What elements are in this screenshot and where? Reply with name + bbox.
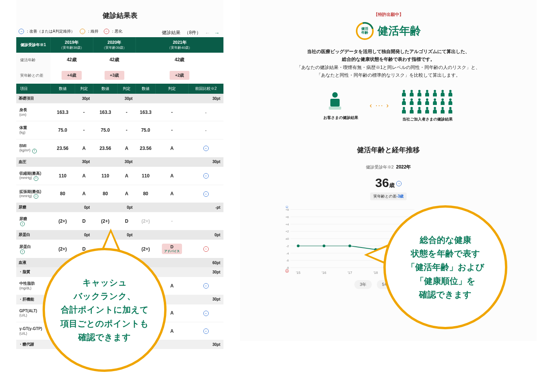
svg-text:-4: -4 bbox=[286, 251, 289, 255]
svg-point-10 bbox=[403, 98, 405, 101]
svg-rect-1 bbox=[330, 99, 340, 107]
svg-point-44 bbox=[297, 244, 300, 247]
row-health-age: 健活年齢 bbox=[16, 53, 50, 67]
svg-point-19 bbox=[418, 107, 421, 109]
smile-icon: ⌣ bbox=[19, 29, 24, 34]
svg-rect-2 bbox=[329, 107, 341, 110]
year-2021: 2021年（実年齢40歳） bbox=[136, 37, 223, 53]
info-icon[interactable]: i bbox=[20, 222, 25, 226]
svg-point-14 bbox=[434, 98, 436, 101]
svg-text:☺: ☺ bbox=[285, 206, 289, 209]
chart-title: 健活年齢と経年推移 bbox=[240, 130, 537, 162]
callout-right: 総合的な健康状態を年齢で表す「健活年齢」および「健康順位」を確認できます bbox=[383, 205, 507, 329]
row-age-diff: 実年齢との差 bbox=[16, 67, 50, 84]
info-icon[interactable]: i bbox=[32, 149, 37, 153]
big-age: 36歳 ⌣ 実年齢との差-3歳 bbox=[240, 176, 537, 200]
compare-arrow-icon: ‹ ··· › bbox=[370, 101, 390, 110]
svg-text:'15: '15 bbox=[296, 271, 301, 275]
pager: 健診結果（8件） ← → bbox=[162, 29, 220, 36]
svg-text:±0: ±0 bbox=[285, 237, 289, 241]
svg-text:+6: +6 bbox=[285, 215, 289, 218]
smile-icon: ⌣ bbox=[396, 181, 402, 186]
brand-text: 健活年齢 bbox=[378, 24, 421, 38]
prev-arrow[interactable]: ← bbox=[205, 30, 210, 36]
svg-point-48 bbox=[349, 244, 351, 247]
info-icon[interactable]: i bbox=[34, 176, 38, 181]
svg-point-12 bbox=[418, 98, 421, 101]
svg-point-3 bbox=[403, 90, 405, 92]
svg-point-4 bbox=[410, 90, 413, 92]
brand: 健活年齢 健活年齢 bbox=[240, 17, 537, 45]
svg-point-22 bbox=[441, 107, 444, 109]
diff-chip: 実年齢との差-3歳 bbox=[370, 193, 407, 200]
chart-year: 健診受診年※2 2022年 bbox=[240, 162, 537, 176]
svg-point-9 bbox=[449, 90, 452, 92]
svg-point-5 bbox=[418, 90, 421, 92]
advice-badge[interactable]: Dアドバイス bbox=[162, 244, 182, 254]
brand-ring-icon: 健活年齢 bbox=[356, 22, 374, 40]
svg-text:-6: -6 bbox=[286, 259, 289, 262]
svg-point-16 bbox=[449, 98, 452, 101]
svg-point-15 bbox=[441, 98, 444, 101]
svg-text:'17: '17 bbox=[347, 271, 352, 275]
svg-point-8 bbox=[441, 90, 444, 92]
svg-text:'18: '18 bbox=[373, 271, 378, 275]
svg-point-17 bbox=[403, 107, 405, 109]
svg-point-7 bbox=[434, 90, 436, 92]
svg-point-11 bbox=[410, 98, 413, 101]
svg-text:+2: +2 bbox=[285, 230, 289, 233]
patent-badge: 【特許出願中】 bbox=[240, 0, 537, 17]
info-icon[interactable]: i bbox=[34, 194, 38, 199]
svg-text:-2: -2 bbox=[286, 244, 289, 248]
svg-point-0 bbox=[332, 92, 338, 98]
svg-point-23 bbox=[449, 107, 452, 109]
description: 当社の医療ビッグデータを活用して独自開発したアルゴリズムにて算出した、総合的な健… bbox=[240, 45, 537, 86]
col-year-label: 健診受診年※1 bbox=[16, 37, 50, 53]
svg-point-13 bbox=[426, 98, 428, 101]
svg-text:'16: '16 bbox=[322, 271, 326, 275]
svg-point-18 bbox=[410, 107, 413, 109]
info-icon[interactable]: i bbox=[20, 249, 25, 254]
next-arrow[interactable]: → bbox=[214, 30, 220, 36]
year-2019: 2019年（実年齢38歳） bbox=[50, 37, 93, 53]
page-title: 健診結果表 bbox=[16, 0, 223, 27]
person-icon bbox=[323, 91, 347, 112]
svg-point-6 bbox=[426, 90, 428, 92]
toggle-3y[interactable]: 3年 bbox=[354, 280, 372, 289]
crowd-icon bbox=[401, 89, 454, 113]
neutral-icon: ‥ bbox=[80, 29, 85, 34]
svg-text:+4: +4 bbox=[285, 222, 289, 226]
callout-left-text: キャッシュバックランク、合計ポイントに加えて項目ごとのポイントも確認できます bbox=[60, 276, 149, 344]
callout-left: キャッシュバックランク、合計ポイントに加えて項目ごとのポイントも確認できます bbox=[43, 248, 167, 372]
frown-icon: ⌢ bbox=[104, 29, 109, 34]
svg-point-46 bbox=[323, 244, 325, 247]
svg-text:☹: ☹ bbox=[285, 269, 289, 273]
comparison-graphic: お客さまの健診結果 ‹ ··· › 当社ご加入者さまの健診結果 bbox=[240, 86, 537, 130]
svg-point-20 bbox=[426, 107, 428, 109]
svg-point-21 bbox=[434, 107, 436, 109]
callout-right-text: 総合的な健康状態を年齢で表す「健活年齢」および「健康順位」を確認できます bbox=[407, 233, 484, 301]
year-2020: 2020年（実年齢39歳） bbox=[93, 37, 136, 53]
